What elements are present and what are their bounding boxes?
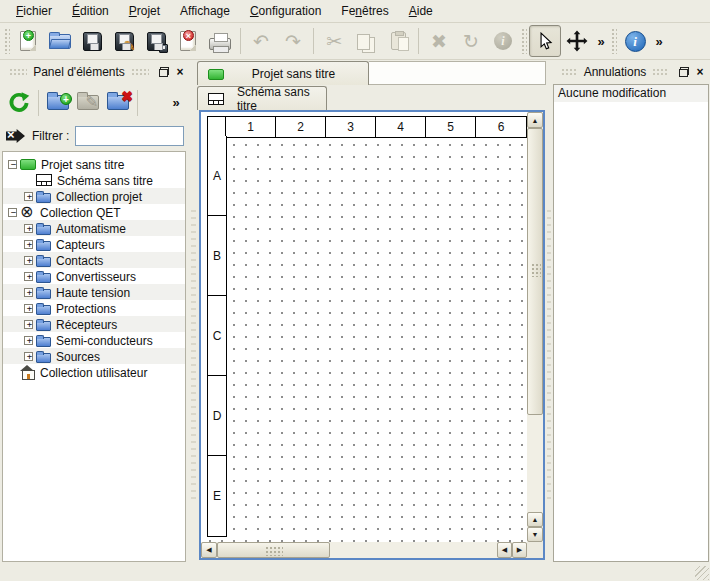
filter-input[interactable] bbox=[75, 126, 184, 146]
qet-icon bbox=[20, 204, 35, 220]
close-project-button[interactable]: × bbox=[172, 25, 204, 57]
horizontal-scrollbar-thumb[interactable] bbox=[217, 542, 330, 558]
info-circle-icon: i bbox=[494, 32, 512, 50]
undo-panel-titlebar[interactable]: Annulations × bbox=[552, 60, 710, 84]
left-splitter-handle[interactable] bbox=[190, 60, 197, 562]
expander-icon[interactable] bbox=[24, 352, 33, 361]
save-button[interactable] bbox=[76, 25, 108, 57]
tree-item[interactable]: Collection QET bbox=[3, 204, 185, 220]
tree-item[interactable]: Schéma sans titre bbox=[3, 172, 185, 188]
open-project-button[interactable] bbox=[44, 25, 76, 57]
tree-item-label: Projet sans titre bbox=[41, 157, 124, 172]
diagram-canvas[interactable]: 1 2 3 4 5 6 A B C D E bbox=[201, 112, 527, 542]
filter-row: Filtrer : bbox=[0, 121, 190, 151]
toolbar-extension-button[interactable]: » bbox=[593, 25, 609, 57]
diagram-info-button[interactable]: i bbox=[619, 25, 651, 57]
menu-affichage[interactable]: Affichage bbox=[170, 2, 240, 20]
tree-item[interactable]: Projet sans titre bbox=[3, 156, 185, 172]
new-project-button[interactable]: + bbox=[12, 25, 44, 57]
print-button[interactable] bbox=[204, 25, 236, 57]
delete-category-button[interactable]: ✖ bbox=[103, 88, 133, 118]
scroll-left-button[interactable]: ◀ bbox=[497, 542, 512, 558]
undo-history-list[interactable]: Aucune modification bbox=[553, 84, 709, 562]
resize-grip-icon[interactable] bbox=[695, 566, 709, 580]
clear-filter-icon[interactable] bbox=[6, 129, 25, 143]
tree-item[interactable]: Protections bbox=[3, 300, 185, 316]
toolbar-grip[interactable] bbox=[4, 28, 10, 54]
undo-button[interactable]: ↶ bbox=[245, 25, 277, 57]
tree-item[interactable]: Contacts bbox=[3, 252, 185, 268]
expander-icon[interactable] bbox=[24, 192, 33, 201]
elements-panel-titlebar[interactable]: Panel d'éléments × bbox=[0, 60, 190, 84]
diagram-column-header: 1 bbox=[226, 117, 276, 137]
expander-icon[interactable] bbox=[24, 224, 33, 233]
undo-list-item[interactable]: Aucune modification bbox=[554, 85, 708, 102]
scroll-down-button[interactable]: ▼ bbox=[527, 527, 543, 542]
schema-tab[interactable]: Schéma sans titre bbox=[197, 86, 327, 110]
tree-item-label: Protections bbox=[56, 301, 116, 316]
diagram-row-header: E bbox=[208, 456, 226, 536]
menu-configuration[interactable]: Configuration bbox=[240, 2, 331, 20]
expander-icon[interactable] bbox=[24, 256, 33, 265]
expander-icon[interactable] bbox=[8, 160, 17, 169]
menu-projet[interactable]: Projet bbox=[119, 2, 170, 20]
toolbar-grip[interactable] bbox=[611, 28, 617, 54]
scroll-up-button[interactable]: ▲ bbox=[527, 512, 543, 527]
expander-icon[interactable] bbox=[24, 240, 33, 249]
restore-icon bbox=[679, 67, 689, 77]
vertical-scrollbar[interactable]: ▲ ▲ ▼ bbox=[527, 112, 543, 542]
reload-collections-button[interactable] bbox=[4, 88, 34, 118]
toolbar-extension-button[interactable]: » bbox=[166, 88, 186, 118]
paste-button[interactable] bbox=[382, 25, 414, 57]
copy-icon bbox=[357, 34, 370, 50]
dock-close-button[interactable]: × bbox=[693, 66, 707, 79]
element-info-button[interactable]: i bbox=[487, 25, 519, 57]
expander-icon[interactable] bbox=[24, 336, 33, 345]
rotate-button[interactable]: ↻ bbox=[455, 25, 487, 57]
tree-item[interactable]: Sources bbox=[3, 348, 185, 364]
toolbar-grip[interactable] bbox=[521, 28, 527, 54]
dock-float-button[interactable] bbox=[677, 66, 691, 79]
dock-close-button[interactable]: × bbox=[173, 66, 187, 79]
tree-item[interactable]: Haute tension bbox=[3, 284, 185, 300]
dock-float-button[interactable] bbox=[157, 66, 171, 79]
new-category-button[interactable]: + bbox=[43, 88, 73, 118]
tree-item[interactable]: Capteurs bbox=[3, 236, 185, 252]
tree-item[interactable]: Collection projet bbox=[3, 188, 185, 204]
scroll-left-button[interactable]: ◀ bbox=[201, 542, 217, 558]
delete-button[interactable]: ✖ bbox=[423, 25, 455, 57]
arrow-up-icon: ▲ bbox=[532, 117, 539, 124]
tree-item[interactable]: Automatisme bbox=[3, 220, 185, 236]
save-all-button[interactable] bbox=[140, 25, 172, 57]
expander-icon[interactable] bbox=[24, 288, 33, 297]
cut-button[interactable]: ✂ bbox=[318, 25, 350, 57]
menu-edition[interactable]: Édition bbox=[62, 2, 119, 20]
scroll-up-button[interactable]: ▲ bbox=[527, 112, 543, 128]
toolbar-extension-button[interactable]: » bbox=[651, 25, 667, 57]
tree-item[interactable]: Collection utilisateur bbox=[3, 364, 185, 380]
vertical-scrollbar-thumb[interactable] bbox=[527, 128, 543, 415]
menu-fichier[interactable]: Fichier bbox=[6, 2, 62, 20]
horizontal-scrollbar[interactable]: ◀ ◀ ▶ bbox=[201, 542, 527, 558]
arrow-left-icon: ◀ bbox=[502, 546, 507, 554]
menu-fenetres[interactable]: Fenêtres bbox=[331, 2, 398, 20]
pencil-icon: ✎ bbox=[124, 38, 136, 54]
tree-item[interactable]: Convertisseurs bbox=[3, 268, 185, 284]
elements-tree[interactable]: Projet sans titre Schéma sans titre Coll… bbox=[2, 151, 186, 562]
menu-aide[interactable]: Aide bbox=[399, 2, 443, 20]
edit-category-button[interactable]: ✎ bbox=[73, 88, 103, 118]
expander-icon[interactable] bbox=[24, 320, 33, 329]
expander-icon[interactable] bbox=[24, 272, 33, 281]
expander-icon[interactable] bbox=[24, 304, 33, 313]
redo-button[interactable]: ↷ bbox=[277, 25, 309, 57]
save-as-button[interactable]: ✎ bbox=[108, 25, 140, 57]
tree-item[interactable]: Récepteurs bbox=[3, 316, 185, 332]
expander-icon[interactable] bbox=[8, 208, 17, 217]
select-tool-button[interactable] bbox=[529, 25, 561, 57]
home-icon bbox=[20, 365, 35, 379]
scroll-right-button[interactable]: ▶ bbox=[512, 542, 527, 558]
tree-item[interactable]: Semi-conducteurs bbox=[3, 332, 185, 348]
copy-button[interactable] bbox=[350, 25, 382, 57]
project-tab[interactable]: Projet sans titre bbox=[197, 61, 369, 85]
move-tool-button[interactable] bbox=[561, 25, 593, 57]
